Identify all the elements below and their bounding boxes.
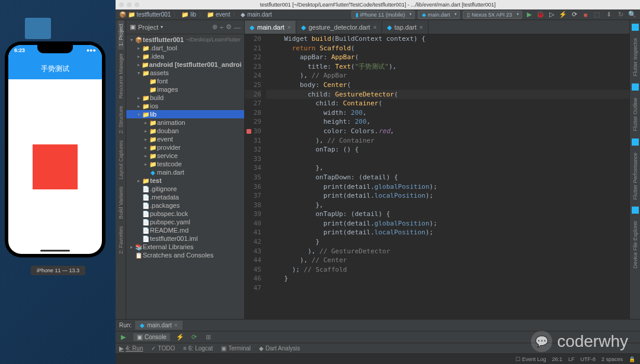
- console-tab[interactable]: ▣ Console: [133, 333, 170, 341]
- navigation-bar: 📦 📁 testflutter001〉📁 lib〉📁 event〉◆ main.…: [116, 9, 640, 20]
- bottom-tool-button[interactable]: ▶4: Run: [119, 345, 143, 352]
- flutter-icon: [632, 207, 639, 214]
- code-area[interactable]: Widget build(BuildContext context) { ret…: [266, 34, 629, 319]
- debug-button[interactable]: 🐞: [536, 11, 545, 19]
- tree-item[interactable]: 📁images: [126, 85, 244, 94]
- left-tool-build-variants[interactable]: Build Variants: [118, 183, 124, 223]
- project-tree[interactable]: ▾📦testflutter001~/Desktop/LearnFlutter▸📁…: [126, 34, 244, 319]
- expand-icon[interactable]: ÷: [220, 24, 223, 31]
- editor-tab[interactable]: ◆tap.dart×: [382, 21, 428, 34]
- tree-item[interactable]: 📋Scratches and Consoles: [126, 251, 244, 259]
- hot-reload-icon[interactable]: ⚡: [176, 333, 184, 342]
- bottom-tool-button[interactable]: ≡6: Logcat: [183, 345, 213, 352]
- select-opened-file-icon[interactable]: ⊕: [212, 23, 217, 31]
- left-tool-strip: 1: ProjectResource Manager2: StructureLa…: [116, 20, 126, 319]
- window-controls[interactable]: [119, 2, 139, 7]
- code-editor[interactable]: 2021222324252627282930313233343536373839…: [245, 34, 629, 319]
- avd-dropdown[interactable]: ▯ Nexus 5X API 23: [463, 11, 522, 19]
- phone-body[interactable]: [8, 79, 102, 254]
- run-tab[interactable]: ◆ main.dart ×: [135, 321, 183, 330]
- rerun-button[interactable]: ▶: [119, 333, 127, 342]
- run-config-dropdown[interactable]: ◆ main.dart: [418, 11, 460, 19]
- phone-app-bar: 手势测试: [8, 58, 102, 79]
- tree-item[interactable]: 📄.gitignore: [126, 185, 244, 193]
- left-tool-layout-captures[interactable]: Layout Captures: [118, 137, 124, 183]
- editor-tab[interactable]: ◆main.dart×: [245, 21, 296, 34]
- dropdown-arrow-icon[interactable]: ▾: [161, 24, 163, 30]
- gear-icon[interactable]: ⚙: [226, 23, 232, 31]
- tree-item[interactable]: ▸📚External Libraries: [126, 243, 244, 251]
- hot-reload-button[interactable]: ⚡: [559, 11, 567, 19]
- devtools-icon[interactable]: ⊞: [204, 333, 213, 342]
- gesture-container[interactable]: [33, 144, 78, 189]
- caret-position[interactable]: 26:1: [552, 356, 562, 362]
- search-icon[interactable]: 🔍: [628, 11, 636, 19]
- desktop-folder-icon: [25, 18, 51, 39]
- bottom-tool-button[interactable]: ✓TODO: [151, 345, 175, 352]
- editor-tab[interactable]: ◆gesture_detector.dart×: [296, 21, 382, 34]
- avd-manager-icon[interactable]: ⬚: [593, 11, 601, 19]
- left-tool----favorites[interactable]: 2: Favorites: [118, 223, 124, 257]
- window-title-bar: testflutter001 [~/Desktop/LearnFlutter/T…: [116, 0, 640, 9]
- flutter-icon: [632, 24, 639, 31]
- tree-item[interactable]: 📄.packages: [126, 201, 244, 210]
- hot-restart-icon[interactable]: ⟳: [190, 333, 199, 342]
- tree-item[interactable]: ▸📁event: [126, 135, 244, 143]
- tree-item[interactable]: ▸📁douban: [126, 127, 244, 135]
- sdk-manager-icon[interactable]: ⬇: [604, 11, 613, 19]
- lock-icon[interactable]: 🔒: [629, 356, 635, 362]
- tree-item[interactable]: ▸📁android [testflutter001_android]: [126, 60, 244, 69]
- tree-item[interactable]: ▸📁test: [126, 176, 244, 185]
- tree-item[interactable]: 📁font: [126, 77, 244, 85]
- tree-item[interactable]: ▸📁testcode: [126, 160, 244, 168]
- tree-item[interactable]: ▸📁provider: [126, 143, 244, 152]
- right-tool-strip: Flutter InspectorFlutter OutlineFlutter …: [629, 20, 640, 319]
- tree-item[interactable]: ▸📁animation: [126, 118, 244, 127]
- tree-item[interactable]: 📄.metadata: [126, 193, 244, 201]
- ios-simulator: 6:23 ●●● 手势测试 iPhone 11 — 13.3: [5, 41, 111, 275]
- editor-tabs: ◆main.dart×◆gesture_detector.dart×◆tap.d…: [245, 20, 629, 34]
- tree-item[interactable]: ▸📁.dart_tool: [126, 44, 244, 52]
- indent[interactable]: 2 spaces: [601, 356, 623, 362]
- tree-item[interactable]: ▸📁service: [126, 152, 244, 160]
- tree-item[interactable]: 📄testflutter001.iml: [126, 234, 244, 243]
- tree-item[interactable]: ▾📁lib: [126, 110, 244, 118]
- tree-item[interactable]: ◆main.dart: [126, 168, 244, 176]
- left-tool----structure[interactable]: 2: Structure: [118, 102, 124, 137]
- tree-item[interactable]: ▸📁ios: [126, 102, 244, 110]
- gutter[interactable]: 2021222324252627282930313233343536373839…: [245, 34, 266, 319]
- event-log-button[interactable]: ☐ Event Log: [516, 356, 546, 362]
- sync-icon[interactable]: ↻: [616, 11, 625, 19]
- stop-button[interactable]: ■: [581, 11, 590, 19]
- android-studio-ide: testflutter001 [~/Desktop/LearnFlutter/T…: [116, 0, 640, 364]
- tree-item[interactable]: 📄README.md: [126, 226, 244, 234]
- tree-item[interactable]: ▸📁build: [126, 94, 244, 102]
- encoding[interactable]: UTF-8: [580, 356, 596, 362]
- device-dropdown[interactable]: ▮ iPhone 11 (mobile): [351, 11, 415, 19]
- tree-item[interactable]: ▾📁assets: [126, 69, 244, 77]
- bottom-tool-button[interactable]: ◆Dart Analysis: [259, 345, 300, 352]
- bottom-tool-buttons: ▶4: Run✓TODO≡6: Logcat▣Terminal◆Dart Ana…: [116, 343, 640, 353]
- flutter-icon: [632, 138, 639, 146]
- line-ending[interactable]: LF: [568, 356, 575, 362]
- breadcrumb[interactable]: 📦 📁 testflutter001〉📁 lib〉📁 event〉◆ main.…: [119, 11, 272, 19]
- left-tool-resource-manager[interactable]: Resource Manager: [118, 50, 124, 102]
- console-icon: ▣: [137, 334, 142, 340]
- tree-item[interactable]: ▾📦testflutter001~/Desktop/LearnFlutter: [126, 36, 244, 44]
- attach-button[interactable]: ⟳: [570, 11, 578, 19]
- right-tool-device-file-explorer[interactable]: Device File Explorer: [632, 217, 638, 272]
- right-tool-flutter-outline[interactable]: Flutter Outline: [632, 94, 638, 135]
- run-toolbar: ▶ ▣ Console ⚡ ⟳ ⊞: [116, 331, 640, 343]
- right-tool-flutter-inspector[interactable]: Flutter Inspector: [632, 34, 638, 80]
- ide-status-bar: ☐ Event Log 26:1 LF UTF-8 2 spaces 🔒: [116, 353, 640, 364]
- profile-button[interactable]: ▷: [548, 11, 556, 19]
- left-tool----project[interactable]: 1: Project: [118, 20, 124, 50]
- tree-item[interactable]: 📄pubspec.yaml: [126, 218, 244, 226]
- bottom-tool-button[interactable]: ▣Terminal: [221, 345, 251, 352]
- tree-item[interactable]: ▸📁.idea: [126, 52, 244, 60]
- device-label: iPhone 11 — 13.3: [31, 266, 85, 275]
- tree-item[interactable]: 📄pubspec.lock: [126, 210, 244, 218]
- hide-icon[interactable]: —: [234, 24, 241, 31]
- right-tool-flutter-performance[interactable]: Flutter Performance: [632, 149, 638, 204]
- run-button[interactable]: ▶: [525, 11, 533, 19]
